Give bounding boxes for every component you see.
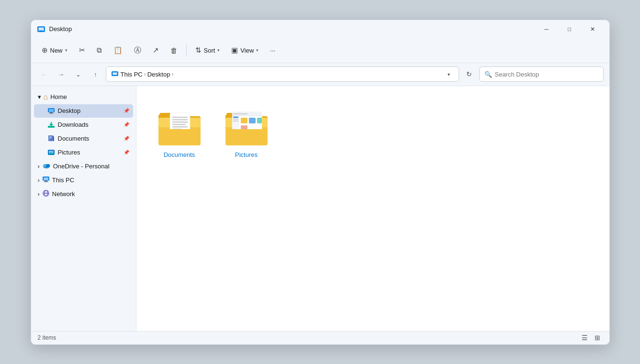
svg-rect-58 [257, 118, 262, 123]
rename-button[interactable]: Ⓐ [129, 42, 146, 59]
more-label: ··· [270, 47, 275, 54]
more-button[interactable]: ··· [265, 42, 280, 59]
up-button[interactable]: ↑ [89, 67, 103, 81]
sort-button[interactable]: ⇅ Sort ▾ [191, 42, 225, 59]
svg-rect-42 [172, 124, 186, 125]
maximize-button[interactable]: □ [559, 22, 581, 37]
sidebar: ▾ ⌂ Home Desktop 📌 [31, 86, 136, 331]
new-label: New [50, 47, 63, 54]
svg-rect-40 [172, 119, 188, 121]
svg-rect-52 [233, 117, 238, 118]
list-view-button[interactable]: ☰ [580, 332, 590, 343]
rename-icon: Ⓐ [134, 46, 141, 55]
back-button[interactable]: ← [37, 67, 51, 81]
path-sep-1: › [144, 71, 146, 77]
copy-icon: ⧉ [97, 46, 102, 55]
path-desktop: Desktop [147, 71, 170, 78]
svg-rect-39 [172, 117, 188, 118]
desktop-pin-icon: 📌 [124, 108, 129, 113]
search-input[interactable] [495, 71, 598, 78]
svg-rect-2 [39, 28, 44, 30]
pictures-icon [47, 148, 56, 157]
svg-rect-50 [232, 115, 262, 116]
documents-icon [47, 134, 56, 143]
refresh-button[interactable]: ↻ [462, 67, 476, 81]
history-button[interactable]: ⌄ [71, 67, 86, 81]
new-button[interactable]: ⊕ New ▾ [37, 42, 72, 59]
onedrive-expand-icon: › [38, 163, 40, 170]
svg-rect-17 [49, 136, 52, 137]
sidebar-home-label: Home [50, 93, 67, 100]
sort-icon: ⇅ [195, 46, 202, 55]
path-dropdown-button[interactable]: ▾ [444, 69, 454, 79]
file-item-documents[interactable]: Documents [151, 100, 208, 162]
delete-icon: 🗑 [170, 46, 178, 55]
sidebar-this-pc-label: This PC [52, 176, 74, 184]
window-controls: ─ □ ✕ [536, 22, 604, 37]
svg-rect-32 [45, 181, 47, 182]
status-count: 2 items [38, 334, 580, 341]
downloads-pin-icon: 📌 [124, 122, 129, 127]
sidebar-item-pictures[interactable]: Pictures 📌 [34, 146, 133, 159]
grid-view-button[interactable]: ⊞ [592, 332, 603, 343]
file-item-pictures[interactable]: Pictures [218, 100, 275, 162]
svg-rect-21 [53, 137, 54, 141]
sidebar-item-desktop[interactable]: Desktop 📌 [34, 104, 133, 118]
svg-rect-43 [172, 126, 188, 128]
share-icon: ↗ [153, 46, 159, 55]
documents-folder-icon [156, 104, 203, 147]
sidebar-network-header[interactable]: › Network [34, 188, 133, 201]
share-button[interactable]: ↗ [148, 42, 164, 59]
minimize-button[interactable]: ─ [536, 22, 558, 37]
cut-button[interactable]: ✂ [74, 42, 90, 59]
addressbar-row: ← → ⌄ ↑ This PC › Desktop › ▾ ↻ 🔍 [31, 63, 609, 86]
svg-rect-49 [233, 113, 247, 114]
paste-icon: 📋 [113, 46, 123, 55]
svg-rect-56 [241, 118, 247, 123]
svg-point-24 [49, 151, 50, 152]
content-area: Documents [136, 86, 609, 331]
sidebar-item-downloads[interactable]: Downloads 📌 [34, 118, 133, 132]
network-expand-icon: › [38, 190, 40, 198]
new-icon: ⊕ [42, 46, 48, 55]
sidebar-onedrive-header[interactable]: › OneDrive - Personal [34, 160, 133, 173]
paste-button[interactable]: 📋 [109, 42, 127, 59]
sidebar-pictures-label: Pictures [58, 149, 121, 156]
pictures-folder-icon [223, 104, 270, 147]
forward-button[interactable]: → [54, 67, 68, 81]
documents-label: Documents [164, 151, 195, 158]
home-icon: ⌂ [44, 93, 48, 101]
sidebar-item-documents[interactable]: Documents 📌 [34, 132, 133, 145]
close-button[interactable]: ✕ [582, 22, 604, 37]
svg-rect-3 [40, 31, 43, 32]
sidebar-this-pc-header[interactable]: › This PC [34, 174, 133, 187]
file-grid: Documents [146, 96, 600, 167]
pictures-pin-icon: 📌 [124, 150, 129, 155]
search-icon: 🔍 [484, 71, 492, 78]
svg-rect-9 [49, 109, 54, 112]
documents-pin-icon: 📌 [124, 136, 129, 141]
home-expand-icon: ▾ [38, 93, 41, 100]
network-icon [42, 189, 50, 199]
delete-button[interactable]: 🗑 [166, 42, 182, 59]
sidebar-desktop-label: Desktop [58, 107, 121, 114]
path-this-pc: This PC [121, 71, 143, 78]
addressbar[interactable]: This PC › Desktop › ▾ [106, 66, 459, 82]
sort-chevron: ▾ [217, 48, 220, 53]
view-icon: ▣ [231, 46, 238, 55]
file-explorer-window: Desktop ─ □ ✕ ⊕ New ▾ ✂ ⧉ 📋 Ⓐ ↗ 🗑 [31, 20, 610, 345]
view-button[interactable]: ▣ View ▾ [226, 42, 263, 59]
searchbar[interactable]: 🔍 [479, 66, 604, 82]
sort-label: Sort [204, 47, 215, 54]
window-title: Desktop [49, 25, 536, 33]
desktop-folder-icon [47, 107, 56, 115]
sidebar-home-header[interactable]: ▾ ⌂ Home [34, 90, 133, 104]
copy-button[interactable]: ⧉ [92, 42, 107, 59]
svg-rect-7 [113, 75, 116, 76]
svg-rect-18 [49, 137, 52, 138]
main-area: ▾ ⌂ Home Desktop 📌 [31, 86, 609, 331]
statusbar: 2 items ☰ ⊞ [31, 331, 609, 344]
this-pc-icon [42, 176, 50, 185]
toolbar: ⊕ New ▾ ✂ ⧉ 📋 Ⓐ ↗ 🗑 ⇅ Sort ▾ ▣ View [31, 38, 609, 63]
svg-rect-53 [233, 119, 238, 120]
